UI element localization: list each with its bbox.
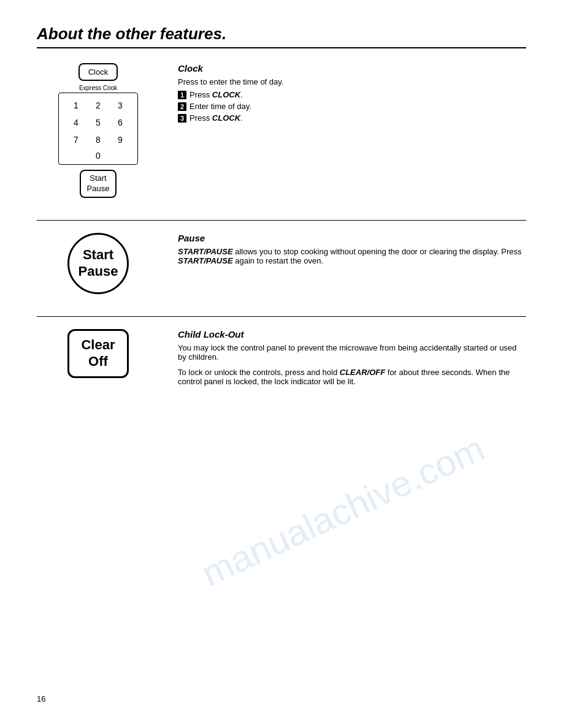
clock-left-col: Clock Express Cook 1 2 3 4 5 6 7 8 9 0 bbox=[37, 63, 159, 198]
clock-section: Clock Express Cook 1 2 3 4 5 6 7 8 9 0 bbox=[37, 63, 526, 210]
page-title: About the other features. bbox=[37, 25, 526, 44]
keypad-outer: 1 2 3 4 5 6 7 8 9 0 bbox=[58, 93, 138, 165]
watermark: manualachive.com bbox=[195, 427, 491, 595]
keypad-label: Express Cook bbox=[58, 85, 138, 91]
keypad-key-6[interactable]: 6 bbox=[109, 114, 131, 131]
clock-step-3: 3 Press CLOCK. bbox=[178, 113, 526, 123]
pause-left-col: StartPause bbox=[37, 233, 159, 294]
keypad-key-4[interactable]: 4 bbox=[65, 114, 87, 131]
pause-section: StartPause Pause START/PAUSE allows you … bbox=[37, 233, 526, 306]
child-lock-para1: You may lock the control panel to preven… bbox=[178, 343, 526, 362]
clock-step-2: 2 Enter time of day. bbox=[178, 102, 526, 111]
child-lock-section: ClearOff Child Lock-Out You may lock the… bbox=[37, 329, 526, 402]
child-lock-left-col: ClearOff bbox=[37, 329, 159, 378]
keypad-key-8[interactable]: 8 bbox=[87, 131, 109, 148]
child-lock-heading: Child Lock-Out bbox=[178, 329, 526, 339]
keypad-zero[interactable]: 0 bbox=[65, 151, 131, 161]
section-divider-1 bbox=[37, 220, 526, 221]
clock-button[interactable]: Clock bbox=[79, 63, 118, 81]
keypad-key-5[interactable]: 5 bbox=[87, 114, 109, 131]
step-text-1: Press CLOCK. bbox=[190, 90, 243, 99]
step-num-1: 1 bbox=[178, 91, 186, 99]
start-pause-large-button[interactable]: StartPause bbox=[67, 233, 129, 294]
title-divider bbox=[37, 47, 526, 48]
clock-step-1: 1 Press CLOCK. bbox=[178, 90, 526, 99]
step-num-3: 3 bbox=[178, 114, 186, 123]
step-text-3: Press CLOCK. bbox=[190, 113, 243, 123]
keypad-key-1[interactable]: 1 bbox=[65, 97, 87, 114]
keypad-key-3[interactable]: 3 bbox=[109, 97, 131, 114]
keypad-key-9[interactable]: 9 bbox=[109, 131, 131, 148]
page-number: 16 bbox=[37, 694, 45, 703]
step-text-2: Enter time of day. bbox=[190, 102, 251, 111]
section-divider-2 bbox=[37, 316, 526, 317]
child-lock-para2: To lock or unlock the controls, press an… bbox=[178, 368, 526, 386]
clock-right-col: Clock Press to enter the time of day. 1 … bbox=[159, 63, 526, 125]
clock-heading: Clock bbox=[178, 63, 526, 74]
child-lock-right-col: Child Lock-Out You may lock the control … bbox=[159, 329, 526, 390]
keypad-key-2[interactable]: 2 bbox=[87, 97, 109, 114]
keypad-container: Express Cook 1 2 3 4 5 6 7 8 9 0 bbox=[58, 85, 138, 165]
pause-description: START/PAUSE allows you to stop cooking w… bbox=[178, 247, 526, 265]
step-num-2: 2 bbox=[178, 102, 186, 111]
pause-heading: Pause bbox=[178, 233, 526, 243]
start-pause-small-button[interactable]: StartPause bbox=[80, 170, 117, 198]
pause-right-col: Pause START/PAUSE allows you to stop coo… bbox=[159, 233, 526, 269]
keypad-grid: 1 2 3 4 5 6 7 8 9 bbox=[65, 97, 131, 148]
clear-off-button[interactable]: ClearOff bbox=[67, 329, 129, 378]
keypad-key-7[interactable]: 7 bbox=[65, 131, 87, 148]
clock-intro: Press to enter the time of day. bbox=[178, 77, 526, 86]
